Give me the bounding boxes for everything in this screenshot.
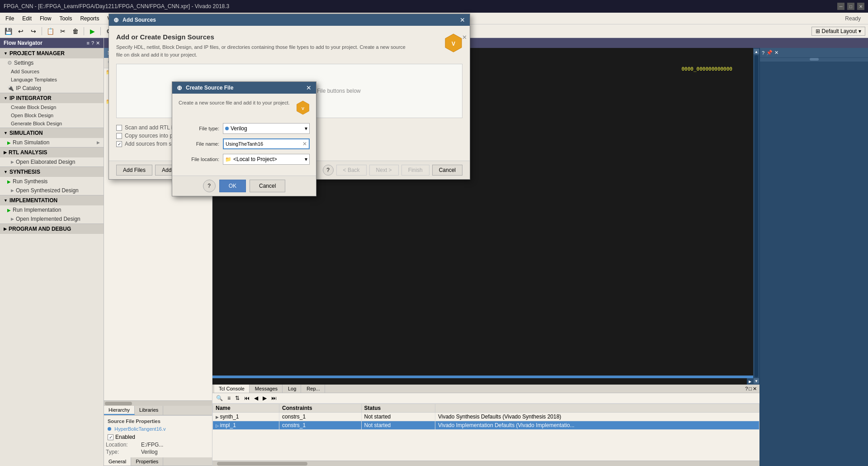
console-first-btn[interactable]: ⏮ — [242, 394, 251, 402]
right-pin-btn[interactable]: 📌 — [766, 50, 773, 56]
file-name-input[interactable] — [226, 141, 301, 147]
nav-add-sources[interactable]: Add Sources — [0, 67, 104, 76]
file-location-value: <Local to Project> — [233, 156, 277, 162]
menu-reports[interactable]: Reports — [76, 14, 103, 23]
nav-run-simulation[interactable]: ▶ Run Simulation ▶ — [0, 138, 104, 147]
type-row: Type: Verilog — [106, 448, 210, 456]
nav-create-block-design[interactable]: Create Block Design — [0, 103, 104, 111]
menu-file[interactable]: File — [2, 14, 18, 23]
section-simulation[interactable]: SIMULATION — [0, 128, 104, 138]
copy-button[interactable]: 📋 — [45, 26, 56, 36]
default-layout-button[interactable]: ⊞ Default Layout ▾ — [811, 27, 865, 36]
add-sources-inner-close[interactable]: ✕ — [462, 34, 467, 41]
nav-generate-block-design[interactable]: Generate Block Design — [0, 119, 104, 128]
row2-status: Not started — [361, 421, 435, 430]
section-rtl-analysis[interactable]: RTL ANALYSIS — [0, 147, 104, 157]
save-button[interactable]: 💾 — [3, 26, 14, 36]
redo-button[interactable]: ↪ — [28, 26, 39, 36]
flow-nav-question[interactable]: ? — [91, 40, 94, 46]
right-panel-expander[interactable] — [760, 58, 868, 62]
nav-run-synthesis[interactable]: ▶ Run Synthesis — [0, 177, 104, 186]
enabled-checkbox[interactable] — [108, 434, 113, 440]
tab-reports[interactable]: Rep... — [302, 385, 325, 393]
nav-open-implemented[interactable]: ▶ Open Implemented Design — [0, 214, 104, 223]
file-name-label: File name: — [179, 141, 219, 147]
scroll-down-btn[interactable]: ▼ — [754, 378, 759, 384]
scroll-up-btn[interactable]: ▲ — [754, 49, 759, 54]
next-button[interactable]: Next > — [369, 165, 399, 176]
maximize-button[interactable]: □ — [847, 3, 854, 10]
tab-messages[interactable]: Messages — [250, 385, 283, 393]
cut-button[interactable]: ✂ — [57, 26, 68, 36]
sub-ok-btn[interactable]: OK — [219, 180, 246, 192]
source-file-properties: Source File Properties HyperBolicTangent… — [104, 415, 212, 457]
add-files-button[interactable]: Add Files — [116, 165, 152, 176]
right-close-btn[interactable]: ✕ — [774, 50, 778, 56]
minimize-button[interactable]: ─ — [837, 3, 844, 10]
app-title: FPGA_CNN - [E:/FPGA_Learn/FPGA/Day1211/F… — [4, 3, 229, 10]
console-help-btn[interactable]: ? — [745, 386, 748, 392]
flow-nav-close[interactable]: ✕ — [96, 40, 100, 46]
nav-ip-catalog[interactable]: 🔌 IP Catalog — [0, 84, 104, 93]
arrow-impl: ▷ — [216, 423, 220, 428]
right-help-btn[interactable]: ? — [762, 50, 764, 56]
nav-open-synthesized[interactable]: ▶ Open Synthesized Design — [0, 186, 104, 195]
menu-edit[interactable]: Edit — [19, 14, 35, 23]
close-button[interactable]: ✕ — [857, 3, 864, 10]
console-close-btn[interactable]: ✕ — [753, 386, 757, 392]
file-location-select[interactable]: 📁 <Local to Project> ▾ — [223, 154, 310, 165]
dialog-help-btn[interactable]: ? — [323, 165, 334, 176]
console-search-btn[interactable]: 🔍 — [214, 394, 225, 402]
add-sources-close-btn[interactable]: ✕ — [460, 16, 465, 24]
flow-nav-pin[interactable]: ≡ — [86, 40, 89, 46]
console-scrollbar-h[interactable] — [212, 461, 760, 466]
tab-tcl-console[interactable]: Tcl Console — [214, 385, 250, 393]
scrollbar-thumb-h — [105, 402, 132, 405]
undo-button[interactable]: ↩ — [15, 26, 26, 36]
nav-language-templates[interactable]: Language Templates — [0, 76, 104, 84]
file-type-select[interactable]: Verilog ▾ — [223, 123, 310, 134]
sub-cancel-btn[interactable]: Cancel — [250, 180, 285, 192]
menu-tools[interactable]: Tools — [56, 14, 75, 23]
console-float-btn[interactable]: □ — [749, 386, 752, 392]
section-implementation[interactable]: IMPLEMENTATION — [0, 195, 104, 205]
tab-libraries[interactable]: Libraries — [135, 406, 163, 415]
console-prev-btn[interactable]: ◀ — [252, 394, 260, 402]
nav-settings[interactable]: ⚙ Settings — [0, 58, 104, 67]
tab-hierarchy[interactable]: Hierarchy — [104, 406, 135, 415]
table-row[interactable]: ▶ synth_1 constrs_1 Not started Vivado S… — [213, 413, 760, 421]
copy-sources-checkbox[interactable] — [116, 133, 122, 139]
tab-log[interactable]: Log — [283, 385, 301, 393]
col-constraints: Constraints — [279, 404, 362, 413]
console-header-btns: ? □ ✕ — [744, 385, 758, 393]
section-project-manager[interactable]: PROJECT MANAGER — [0, 48, 104, 58]
create-source-close-btn[interactable]: ✕ — [306, 84, 311, 91]
sources-scrollbar-h[interactable] — [104, 400, 212, 406]
nav-open-elaborated[interactable]: ▶ Open Elaborated Design — [0, 157, 104, 166]
dialog-title-area: ⊕ Add Sources — [113, 16, 156, 24]
console-play-btn[interactable]: ▶ — [261, 394, 269, 402]
console-sort-btn[interactable]: ⇅ — [233, 394, 241, 402]
clear-icon[interactable]: ✕ — [302, 141, 307, 147]
table-row[interactable]: ▷ impl_1 constrs_1 Not started Vivado Im… — [213, 421, 760, 430]
finish-button[interactable]: Finish — [401, 165, 429, 176]
nav-run-implementation[interactable]: ▶ Run Implementation — [0, 205, 104, 214]
delete-button[interactable]: 🗑 — [70, 26, 81, 36]
run-button[interactable]: ▶ — [87, 26, 98, 36]
toolbar-separator-3 — [100, 27, 101, 35]
nav-open-block-design[interactable]: Open Block Design — [0, 111, 104, 119]
section-ip-integrator[interactable]: IP INTEGRATOR — [0, 93, 104, 103]
section-program-debug[interactable]: PROGRAM AND DEBUG — [0, 223, 104, 234]
cancel-button[interactable]: Cancel — [432, 165, 462, 176]
console-filter-btn[interactable]: ≡ — [226, 394, 232, 402]
back-button[interactable]: < Back — [336, 165, 367, 176]
create-source-desc-area: Create a new source file and add it to y… — [179, 100, 310, 117]
console-next-btn[interactable]: ⏭ — [269, 394, 278, 402]
scan-rtl-checkbox[interactable] — [116, 125, 122, 131]
tab-properties[interactable]: Properties — [131, 457, 163, 466]
add-subdirs-checkbox[interactable] — [116, 141, 122, 147]
section-synthesis[interactable]: SYNTHESIS — [0, 166, 104, 177]
sub-help-btn[interactable]: ? — [203, 180, 216, 192]
tab-general[interactable]: General — [104, 457, 131, 466]
menu-flow[interactable]: Flow — [36, 14, 55, 23]
